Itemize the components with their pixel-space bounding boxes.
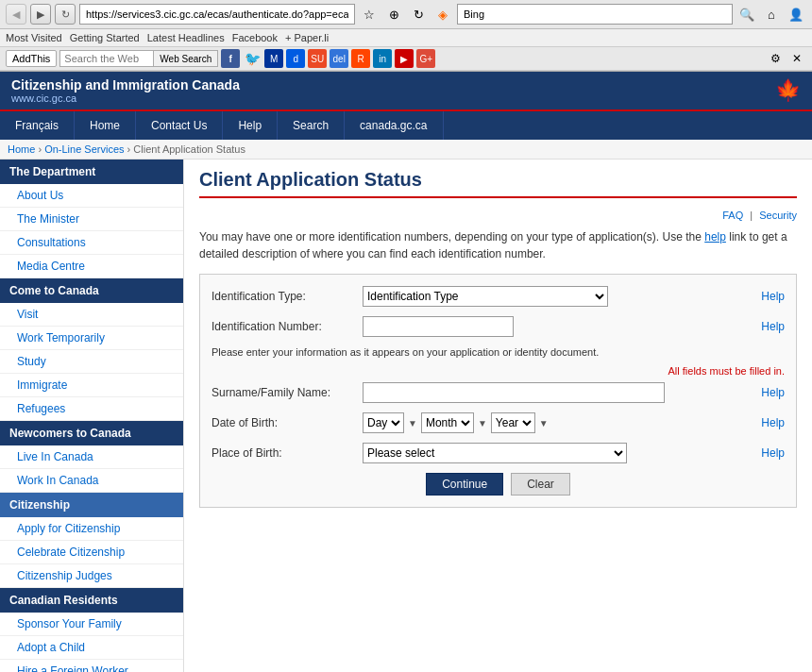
site-header: Citizenship and Immigration Canada www.c… — [0, 72, 812, 109]
continue-button[interactable]: Continue — [426, 473, 503, 496]
addon-search-button[interactable]: Web Search — [154, 50, 218, 67]
url-bar[interactable] — [79, 4, 355, 25]
nav-item-help[interactable]: Help — [223, 111, 278, 140]
sidebar-item-the-minister[interactable]: The Minister — [0, 208, 183, 231]
dob-day-select[interactable]: Day — [363, 412, 404, 433]
sidebar-section-newcomers: Newcomers to Canada — [0, 421, 183, 445]
google-icon[interactable]: G+ — [416, 49, 435, 68]
reload-button[interactable]: ↻ — [55, 4, 76, 25]
form-required-notice: All fields must be filled in. — [211, 365, 785, 377]
id-type-select[interactable]: Identification Type — [363, 286, 608, 307]
sidebar-item-about-us[interactable]: About Us — [0, 184, 183, 208]
sidebar-item-consultations[interactable]: Consultations — [0, 231, 183, 255]
bing-search-input[interactable] — [457, 4, 733, 25]
sidebar-item-visit[interactable]: Visit — [0, 303, 183, 327]
pob-control: Please select — [363, 443, 753, 463]
breadcrumb-online-services[interactable]: On-Line Services — [44, 143, 124, 155]
sidebar-item-sponsor-family[interactable]: Sponsor Your Family — [0, 613, 183, 636]
breadcrumb: Home › On-Line Services › Client Applica… — [0, 140, 812, 160]
nav-link-contact[interactable]: Contact Us — [136, 111, 223, 140]
breadcrumb-home[interactable]: Home — [8, 143, 35, 155]
nav-item-canada[interactable]: canada.gc.ca — [345, 111, 443, 140]
nav-link-home[interactable]: Home — [75, 111, 136, 140]
sidebar-item-refugees[interactable]: Refugees — [0, 397, 183, 421]
surname-help-link[interactable]: Help — [761, 386, 785, 399]
sidebar-item-study[interactable]: Study — [0, 350, 183, 374]
faq-link[interactable]: FAQ — [722, 210, 743, 221]
myspace-icon[interactable]: M — [264, 49, 283, 68]
id-number-input[interactable] — [363, 316, 514, 337]
help-link-intro[interactable]: help — [704, 230, 726, 244]
nav-item-home[interactable]: Home — [75, 111, 136, 140]
facebook-icon[interactable]: f — [221, 49, 240, 68]
sidebar-item-adopt-child[interactable]: Adopt a Child — [0, 636, 183, 660]
dob-month-select[interactable]: Month — [421, 412, 474, 433]
settings-icon[interactable]: ⚙ — [766, 49, 785, 68]
id-number-label: Identification Number: — [211, 320, 363, 333]
sidebar-item-live-in-canada[interactable]: Live In Canada — [0, 445, 183, 469]
dob-year-arrow: ▼ — [539, 418, 549, 428]
id-number-help-link[interactable]: Help — [761, 320, 785, 333]
bookmark-most-visited[interactable]: Most Visited — [6, 32, 62, 43]
pob-help-link[interactable]: Help — [761, 446, 785, 460]
bookmark-paperli[interactable]: + Paper.li — [285, 32, 329, 43]
reddit-icon[interactable]: R — [351, 49, 370, 68]
dob-help-link[interactable]: Help — [761, 416, 785, 429]
dob-month-arrow: ▼ — [478, 418, 487, 428]
refresh-icon[interactable]: ↻ — [408, 4, 429, 25]
browser-chrome: ◀ ▶ ↻ ☆ ⊕ ↻ ◈ 🔍 ⌂ 👤 Most Visited Getting… — [0, 0, 812, 72]
rss-icon[interactable]: ◈ — [432, 4, 453, 25]
id-type-row: Identification Type: Identification Type… — [211, 286, 785, 307]
linkedin-icon[interactable]: in — [373, 49, 392, 68]
search-glass-icon[interactable]: 🔍 — [736, 4, 757, 25]
digg-icon[interactable]: d — [286, 49, 305, 68]
bookmark-star-icon[interactable]: ☆ — [359, 4, 380, 25]
addthis-btn[interactable]: AddThis — [6, 50, 57, 67]
bookmark-latest-headlines[interactable]: Latest Headlines — [147, 32, 225, 43]
nav-item-contact[interactable]: Contact Us — [136, 111, 223, 140]
home-icon[interactable]: ⌂ — [761, 4, 782, 25]
site-title: Citizenship and Immigration Canada — [11, 77, 764, 92]
top-links-separator: | — [750, 210, 753, 221]
clear-button[interactable]: Clear — [511, 473, 570, 496]
sidebar-item-immigrate[interactable]: Immigrate — [0, 374, 183, 397]
addon-search-area: Web Search — [59, 50, 218, 67]
sidebar-item-work-in-canada[interactable]: Work In Canada — [0, 469, 183, 493]
id-number-control — [363, 316, 753, 337]
twitter-icon[interactable]: 🐦 — [243, 49, 262, 68]
page-title: Client Application Status — [199, 169, 797, 198]
id-type-help-link[interactable]: Help — [761, 290, 785, 303]
dob-year-select[interactable]: Year — [491, 412, 535, 433]
pob-row: Place of Birth: Please select Help — [211, 443, 785, 463]
delicious-icon[interactable]: del — [330, 49, 348, 68]
sidebar-item-hire-foreign-worker[interactable]: Hire a Foreign Worker — [0, 660, 183, 672]
bookmark-add-icon[interactable]: ⊕ — [383, 4, 404, 25]
nav-item-francais[interactable]: Français — [0, 111, 75, 140]
addon-search-input[interactable] — [59, 50, 154, 67]
close-addon-icon[interactable]: ✕ — [787, 49, 806, 68]
profile-icon[interactable]: 👤 — [786, 4, 806, 25]
sidebar-item-celebrate-citizenship[interactable]: Celebrate Citizenship — [0, 541, 183, 564]
bookmark-facebook[interactable]: Facebook — [232, 32, 278, 43]
security-link[interactable]: Security — [759, 210, 797, 221]
nav-item-search[interactable]: Search — [278, 111, 345, 140]
bookmark-getting-started[interactable]: Getting Started — [70, 32, 140, 43]
stumbleupon-icon[interactable]: SU — [308, 49, 327, 68]
sidebar-item-citizenship-judges[interactable]: Citizenship Judges — [0, 564, 183, 588]
dob-control: Day ▼ Month ▼ Year ▼ — [363, 412, 753, 433]
surname-input[interactable] — [363, 382, 665, 403]
sidebar-item-work-temporarily[interactable]: Work Temporarily — [0, 327, 183, 350]
sidebar-section-come-to-canada: Come to Canada — [0, 278, 183, 303]
page-container: Citizenship and Immigration Canada www.c… — [0, 72, 812, 672]
sidebar-item-media-centre[interactable]: Media Centre — [0, 255, 183, 278]
sidebar-item-apply-citizenship[interactable]: Apply for Citizenship — [0, 517, 183, 541]
nav-link-help[interactable]: Help — [223, 111, 278, 140]
pob-label: Place of Birth: — [211, 446, 363, 460]
forward-button[interactable]: ▶ — [30, 4, 51, 25]
nav-link-search[interactable]: Search — [278, 111, 345, 140]
back-button[interactable]: ◀ — [6, 4, 26, 25]
youtube-icon[interactable]: ▶ — [395, 49, 414, 68]
pob-select[interactable]: Please select — [363, 443, 627, 463]
nav-link-francais[interactable]: Français — [0, 111, 75, 140]
nav-link-canada[interactable]: canada.gc.ca — [345, 111, 443, 140]
